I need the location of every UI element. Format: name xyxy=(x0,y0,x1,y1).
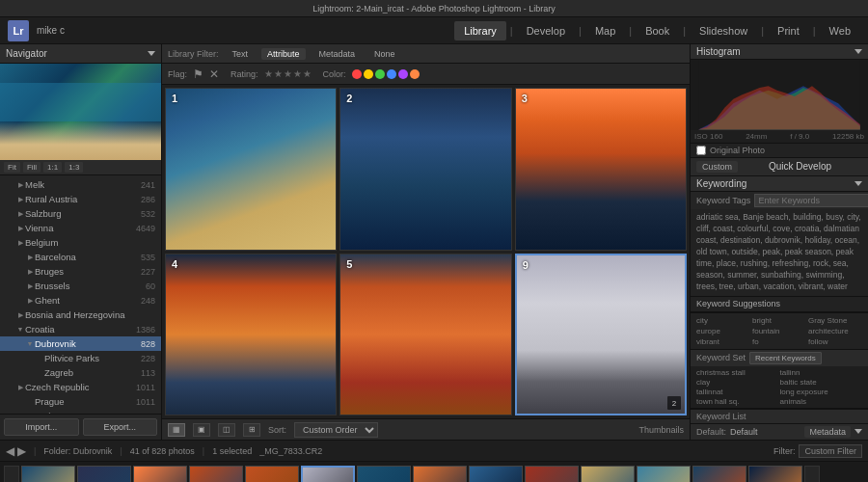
filmstrip-thumb-13[interactable] xyxy=(692,466,746,483)
kw-clay[interactable]: clay xyxy=(696,378,779,387)
kw-animals[interactable]: animals xyxy=(780,397,863,406)
filter-tab-attribute[interactable]: Attribute xyxy=(261,48,306,60)
filmstrip-thumb-4[interactable] xyxy=(189,466,243,483)
flag-x-icon[interactable]: ✕ xyxy=(209,67,219,81)
filmstrip-thumb-5[interactable] xyxy=(245,466,299,483)
folder-brussels[interactable]: ▶ Brussels 60 xyxy=(0,279,161,293)
nav-library[interactable]: Library xyxy=(454,21,506,40)
star-rating[interactable]: ★ ★ ★ ★ ★ xyxy=(264,68,312,79)
keyword-tags-input[interactable] xyxy=(754,194,868,207)
filmstrip-thumb-3[interactable] xyxy=(133,466,187,483)
nav-arrow-right[interactable]: ▶ xyxy=(17,444,26,458)
kw-christmas-stall[interactable]: christmas stall xyxy=(696,368,779,377)
kw-bright[interactable]: bright xyxy=(752,316,806,325)
folder-ghent[interactable]: ▶ Ghent 248 xyxy=(0,293,161,308)
folder-croatia[interactable]: ▼ Croatia 1386 xyxy=(0,322,161,336)
kw-vibrant[interactable]: vibrant xyxy=(696,337,750,346)
nav-arrow-left[interactable]: ◀ xyxy=(6,444,14,458)
zoom-1to1-btn[interactable]: 1:1 xyxy=(43,162,62,173)
folder-bosnia[interactable]: ▶ Bosnia and Herzegovina xyxy=(0,308,161,322)
folder-plitvice[interactable]: Plitvice Parks 228 xyxy=(0,351,161,365)
folder-barcelona[interactable]: ▶ Barcelona 535 xyxy=(0,250,161,264)
zoom-fill-btn[interactable]: Fill xyxy=(23,162,41,173)
import-button[interactable]: Import... xyxy=(4,418,79,436)
quick-develop-label[interactable]: Quick Develop xyxy=(738,161,862,172)
zoom-1to3-btn[interactable]: 1:3 xyxy=(65,162,83,173)
nav-book[interactable]: Book xyxy=(636,21,679,40)
sort-select[interactable]: Custom Order Capture Time Edit Time Rati… xyxy=(294,422,378,438)
export-button[interactable]: Export... xyxy=(83,418,158,436)
metadata-label[interactable]: Metadata xyxy=(804,426,851,438)
color-yellow[interactable] xyxy=(364,69,373,79)
nav-map[interactable]: Map xyxy=(585,21,625,40)
histogram-header[interactable]: Histogram xyxy=(691,44,868,60)
kw-fountain[interactable]: fountain xyxy=(752,327,806,335)
folder-vienna[interactable]: ▶ Vienna 4649 xyxy=(0,221,161,235)
photo-3[interactable]: 3 xyxy=(515,88,687,251)
keywording-header[interactable]: Keywording xyxy=(691,176,868,192)
filter-tab-text[interactable]: Text xyxy=(227,48,255,60)
kw-architecture[interactable]: architecture xyxy=(808,327,862,335)
original-photo-checkbox[interactable] xyxy=(696,146,706,155)
folder-salzburg[interactable]: ▶ Salzburg 532 xyxy=(0,206,161,221)
custom-label[interactable]: Custom xyxy=(696,161,738,173)
folder-bruges[interactable]: ▶ Bruges 227 xyxy=(0,264,161,279)
recent-keywords-btn[interactable]: Recent Keywords xyxy=(749,352,822,364)
flag-icon[interactable]: ⚑ xyxy=(193,67,203,81)
zoom-fit-btn[interactable]: Fit xyxy=(4,162,20,173)
navigator-header[interactable]: Navigator xyxy=(0,44,161,64)
photo-2[interactable]: 2 xyxy=(339,88,511,251)
grid-view-btn[interactable]: ▦ xyxy=(168,423,185,437)
kw-follow[interactable]: follow xyxy=(808,337,862,346)
compare-view-btn[interactable]: ◫ xyxy=(218,423,235,437)
filmstrip-thumb-8[interactable] xyxy=(413,466,467,483)
filter-label-status: Filter: xyxy=(773,446,796,456)
folder-zagreb[interactable]: Zagreb 113 xyxy=(0,365,161,380)
filmstrip-prev[interactable]: ◀ xyxy=(4,466,19,483)
kw-tallinn[interactable]: tallinn xyxy=(780,368,863,377)
kw-town-hall[interactable]: town hall sq. xyxy=(696,397,779,406)
kw-fo[interactable]: fo xyxy=(752,337,806,346)
filter-tab-metadata[interactable]: Metadata xyxy=(313,48,362,60)
color-green[interactable] xyxy=(375,69,385,79)
color-orange[interactable] xyxy=(410,69,420,79)
folder-dubrovnik[interactable]: ▼ Dubrovnik 828 xyxy=(0,336,161,351)
kw-long-exposure[interactable]: long exposure xyxy=(780,388,863,396)
filmstrip-thumb-14[interactable] xyxy=(748,466,802,483)
filmstrip-thumb-9[interactable] xyxy=(469,466,523,483)
custom-filter-btn[interactable]: Custom Filter xyxy=(799,444,862,458)
folder-czech-republic[interactable]: ▶ Czech Republic 1011 xyxy=(0,380,161,394)
nav-print[interactable]: Print xyxy=(768,21,809,40)
photo-4[interactable]: 4 xyxy=(165,254,337,416)
filmstrip-thumb-12[interactable] xyxy=(637,466,691,483)
filmstrip-thumb-10[interactable] xyxy=(525,466,579,483)
folder-rural-austria[interactable]: ▶ Rural Austria 286 xyxy=(0,192,161,206)
color-purple[interactable] xyxy=(398,69,408,79)
filmstrip-thumb-2[interactable] xyxy=(77,466,131,483)
kw-europe[interactable]: europe xyxy=(696,327,750,335)
filter-tab-none[interactable]: None xyxy=(368,48,401,60)
nav-slideshow[interactable]: Slideshow xyxy=(690,21,757,40)
folder-prague[interactable]: Prague 1011 xyxy=(0,394,161,409)
survey-view-btn[interactable]: ⊞ xyxy=(243,423,260,437)
filmstrip-thumb-11[interactable] xyxy=(581,466,635,483)
kw-city[interactable]: city xyxy=(696,316,750,325)
nav-web[interactable]: Web xyxy=(820,21,860,40)
photo-9[interactable]: 9 2 xyxy=(515,254,687,416)
kw-gray-stone[interactable]: Gray Stone xyxy=(808,316,862,325)
kw-baltic-state[interactable]: baltic state xyxy=(780,378,863,387)
filmstrip-thumb-6[interactable] xyxy=(301,466,355,483)
nav-develop[interactable]: Develop xyxy=(517,21,575,40)
color-red[interactable] xyxy=(352,69,362,79)
filmstrip-thumb-1[interactable] xyxy=(21,466,75,483)
loupe-view-btn[interactable]: ▣ xyxy=(193,423,210,437)
photo-5[interactable]: 5 xyxy=(339,254,511,416)
filmstrip-thumb-7[interactable] xyxy=(357,466,411,483)
kw-tallinnat[interactable]: tallinnat xyxy=(696,388,779,396)
filmstrip-next[interactable]: ▶ xyxy=(804,466,820,483)
folder-belgium[interactable]: ▶ Belgium xyxy=(0,235,161,250)
thumbnail-label: Thumbnails xyxy=(638,425,684,435)
photo-1[interactable]: 1 xyxy=(165,88,337,251)
folder-melk[interactable]: ▶ Melk 241 xyxy=(0,177,161,192)
color-blue[interactable] xyxy=(387,69,396,79)
